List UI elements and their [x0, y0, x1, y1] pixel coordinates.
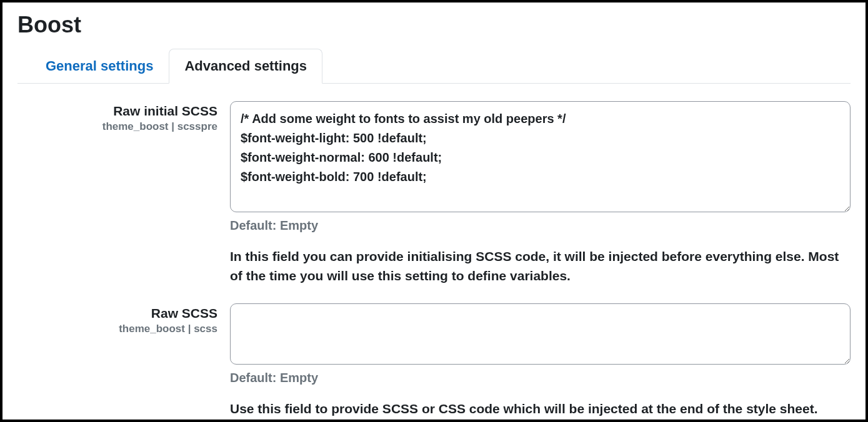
description-scss: Use this field to provide SCSS or CSS co… — [230, 399, 851, 419]
default-scss: Default: Empty — [230, 371, 851, 385]
tabs: General settings Advanced settings — [17, 49, 851, 84]
description-scsspre: In this field you can provide initialisi… — [230, 247, 851, 286]
tab-advanced-settings[interactable]: Advanced settings — [169, 49, 322, 84]
settings-panel: Boost General settings Advanced settings… — [0, 0, 868, 422]
tab-general-settings[interactable]: General settings — [30, 49, 169, 84]
raw-scss-textarea[interactable] — [230, 303, 851, 365]
sublabel-scss: theme_boost | scss — [17, 323, 217, 335]
label-scss: Raw SCSS — [17, 305, 217, 321]
label-scsspre: Raw initial SCSS — [17, 102, 217, 119]
sublabel-scsspre: theme_boost | scsspre — [17, 120, 217, 133]
default-scsspre: Default: Empty — [230, 218, 851, 233]
field-col-scss: Default: Empty Use this field to provide… — [230, 303, 851, 419]
label-col-scsspre: Raw initial SCSS theme_boost | scsspre — [17, 101, 230, 133]
field-col-scsspre: Default: Empty In this field you can pro… — [230, 101, 851, 286]
field-row-scsspre: Raw initial SCSS theme_boost | scsspre D… — [17, 101, 851, 286]
page-title: Boost — [17, 12, 851, 37]
field-row-scss: Raw SCSS theme_boost | scss Default: Emp… — [17, 303, 851, 419]
raw-initial-scss-textarea[interactable] — [230, 101, 851, 212]
label-col-scss: Raw SCSS theme_boost | scss — [17, 303, 230, 335]
